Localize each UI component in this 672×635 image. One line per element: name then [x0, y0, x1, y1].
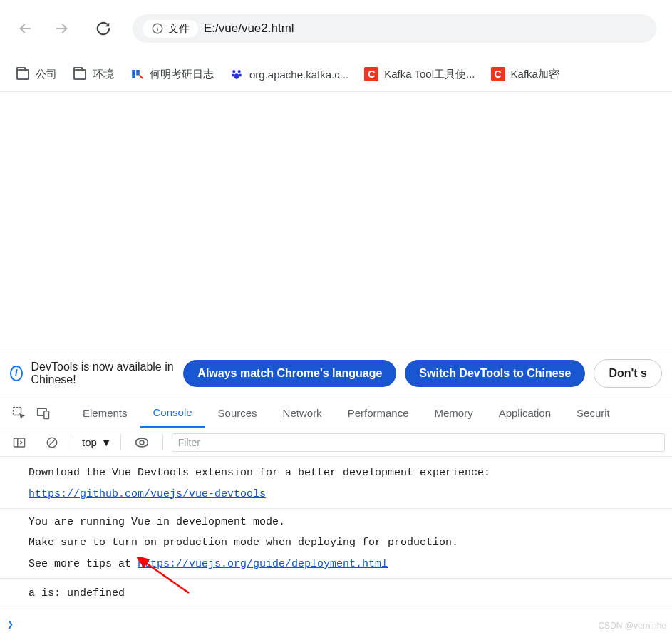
console-link[interactable]: https://github.com/vuejs/vue-devtools	[29, 488, 266, 500]
console-filter-input[interactable]	[172, 433, 665, 452]
bookmark-label: 环境	[93, 68, 114, 81]
svg-rect-5	[132, 70, 135, 78]
address-bar[interactable]: 文件 E:/vue/vue2.html	[133, 14, 656, 43]
separator	[162, 435, 163, 450]
bookmark-item[interactable]: 环境	[73, 67, 114, 81]
console-link[interactable]: https://vuejs.org/guide/deployment.html	[138, 558, 388, 570]
url-text: E:/vue/vue2.html	[204, 21, 294, 36]
context-label: top	[82, 436, 97, 448]
console-text: a is: undefined	[0, 583, 672, 604]
site-icon	[130, 67, 144, 81]
svg-point-8	[238, 70, 241, 73]
device-toggle-button[interactable]	[31, 401, 56, 425]
browser-toolbar: 文件 E:/vue/vue2.html	[0, 0, 672, 58]
svg-line-18	[49, 439, 56, 445]
svg-point-19	[140, 440, 144, 445]
folder-icon	[73, 67, 87, 81]
file-label: 文件	[168, 22, 190, 36]
separator	[120, 435, 121, 450]
baidu-paw-icon	[229, 67, 244, 81]
chevron-down-icon: ▼	[101, 436, 112, 448]
bookmark-label: Kafka加密	[511, 68, 559, 81]
watermark: CSDN @verninhe	[598, 621, 666, 631]
back-button[interactable]	[16, 19, 34, 38]
bookmark-item[interactable]: 何明考研日志	[130, 67, 214, 81]
tab-sources[interactable]: Sources	[205, 398, 270, 428]
svg-rect-14	[44, 411, 49, 418]
svg-rect-15	[14, 438, 25, 447]
devtools-tabs: Elements Console Sources Network Perform…	[0, 398, 672, 428]
tab-elements[interactable]: Elements	[70, 398, 140, 428]
tab-application[interactable]: Application	[486, 398, 564, 428]
console-prompt[interactable]: ❯	[0, 609, 672, 636]
tab-memory[interactable]: Memory	[422, 398, 486, 428]
svg-point-4	[157, 26, 158, 27]
console-output: Download the Vue Devtools extension for …	[0, 457, 672, 635]
console-message: You are running Vue in development mode.…	[0, 509, 672, 579]
tab-security[interactable]: Securit	[564, 398, 623, 428]
console-toolbar: top ▼	[0, 428, 672, 457]
bookmark-item[interactable]: C Kafka加密	[491, 67, 559, 81]
console-text: See more tips at https://vuejs.org/guide…	[0, 554, 672, 575]
tab-network[interactable]: Network	[270, 398, 335, 428]
inspect-element-button[interactable]	[7, 401, 31, 425]
svg-point-11	[234, 73, 239, 79]
tab-performance[interactable]: Performance	[335, 398, 422, 428]
console-text: Make sure to turn on production mode whe…	[0, 532, 672, 554]
csdn-c-icon: C	[364, 67, 378, 81]
toggle-sidebar-button[interactable]	[7, 430, 31, 455]
folder-icon	[16, 67, 30, 81]
bookmark-label: Kafka Tool工具使...	[384, 68, 475, 81]
console-message: a is: undefined	[0, 579, 672, 609]
always-match-language-button[interactable]: Always match Chrome's language	[183, 360, 396, 387]
bookmarks-bar: 公司 环境 何明考研日志 org.apache.kafka.c... C Kaf…	[0, 58, 672, 92]
csdn-c-icon: C	[491, 67, 505, 81]
svg-point-10	[239, 73, 242, 76]
console-text: You are running Vue in development mode.	[0, 512, 672, 533]
page-info-button[interactable]: 文件	[143, 20, 198, 38]
bookmark-item[interactable]: C Kafka Tool工具使...	[364, 67, 475, 81]
clear-console-button[interactable]	[40, 430, 64, 455]
console-message: Download the Vue Devtools extension for …	[0, 463, 672, 509]
bookmark-label: org.apache.kafka.c...	[249, 68, 348, 81]
console-text: Download the Vue Devtools extension for …	[0, 463, 672, 484]
live-expressions-button[interactable]	[130, 430, 154, 455]
context-selector[interactable]: top ▼	[82, 436, 112, 448]
svg-point-7	[232, 70, 235, 73]
switch-devtools-language-button[interactable]: Switch DevTools to Chinese	[405, 360, 585, 387]
banner-text: DevTools is now available in Chinese!	[31, 361, 175, 386]
devtools-language-banner: i DevTools is now available in Chinese! …	[0, 349, 672, 398]
svg-rect-6	[136, 70, 140, 76]
info-icon	[151, 22, 164, 35]
dont-show-button[interactable]: Don't s	[594, 359, 662, 388]
page-content	[0, 92, 672, 349]
console-text: https://github.com/vuejs/vue-devtools	[0, 484, 672, 505]
forward-button[interactable]	[53, 19, 71, 38]
reload-button[interactable]	[94, 19, 113, 38]
tab-console[interactable]: Console	[140, 399, 205, 428]
bookmark-item[interactable]: 公司	[16, 67, 57, 81]
separator	[73, 435, 73, 450]
bookmark-item[interactable]: org.apache.kafka.c...	[229, 67, 348, 81]
svg-point-9	[232, 73, 234, 76]
info-icon: i	[10, 366, 23, 381]
bookmark-label: 何明考研日志	[150, 68, 214, 81]
bookmark-label: 公司	[36, 68, 57, 81]
